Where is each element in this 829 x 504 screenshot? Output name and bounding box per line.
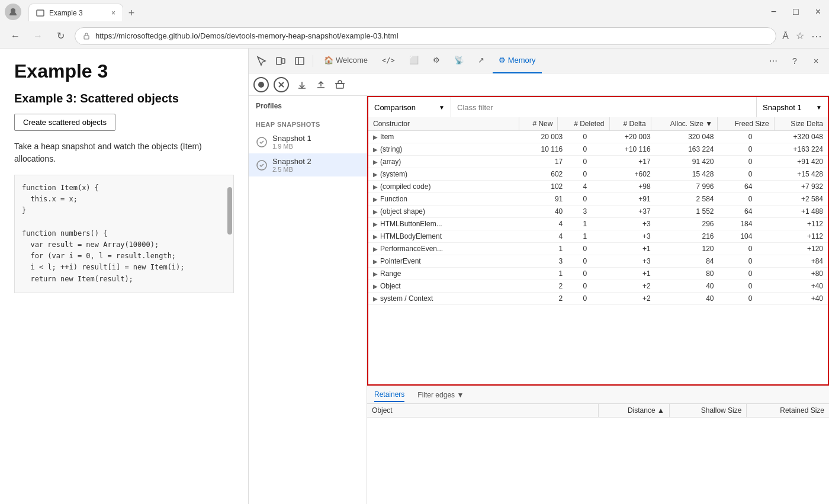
cell-deleted: 1 — [567, 218, 592, 230]
device-mode-btn[interactable] — [272, 53, 289, 69]
cell-constructor: ▶Item — [368, 131, 511, 143]
cell-alloc-size: 163 224 — [656, 143, 719, 156]
minimize-btn[interactable]: − — [767, 5, 780, 18]
restore-btn[interactable]: □ — [789, 5, 802, 18]
cell-constructor: ▶HTMLBodyElement — [368, 230, 511, 243]
col-freed-size[interactable]: Freed Size — [718, 117, 775, 131]
tab-console[interactable]: ⬜ — [403, 49, 425, 73]
close-devtools-btn[interactable]: × — [808, 53, 824, 69]
collect-garbage-btn[interactable] — [332, 76, 348, 93]
elements-icon: </> — [382, 56, 395, 65]
table-row[interactable]: ▶(compiled code) 102 4 +98 7 996 64 +7 9… — [368, 181, 828, 193]
cell-alloc-size: 320 048 — [656, 131, 719, 143]
cell-size-delta: +84 — [757, 255, 828, 268]
take-snapshot-btn[interactable] — [253, 77, 269, 92]
browser-tab[interactable]: Example 3 × — [28, 4, 123, 21]
cell-size-delta: +2 584 — [757, 193, 828, 206]
close-window-btn[interactable]: × — [812, 5, 824, 18]
performance-icon: ↗ — [478, 56, 484, 65]
bottom-col-retained[interactable]: Retained Size — [747, 404, 829, 418]
inspect-element-btn[interactable] — [253, 53, 270, 69]
back-btn[interactable]: ← — [7, 28, 24, 44]
table-row[interactable]: ▶(array) 17 0 +17 91 420 0 +91 420 — [368, 156, 828, 168]
cell-freed-size: 0 — [719, 131, 757, 143]
cell-alloc-size: 80 — [656, 268, 719, 280]
col-new[interactable]: # New — [519, 117, 558, 131]
col-delta[interactable]: # Delta — [609, 117, 651, 131]
console-icon: ⬜ — [409, 56, 419, 65]
save-btn[interactable] — [313, 76, 329, 93]
col-constructor[interactable]: Constructor — [368, 117, 519, 131]
load-btn[interactable] — [294, 76, 310, 93]
table-row[interactable]: ▶(string) 10 116 0 +10 116 163 224 0 +16… — [368, 143, 828, 156]
col-size-delta[interactable]: Size Delta — [774, 117, 828, 131]
cell-freed-size: 104 — [719, 230, 757, 243]
devtools-more-btn[interactable]: ⋯ — [765, 53, 782, 69]
cell-new: 10 116 — [511, 143, 567, 156]
table-row[interactable]: ▶(system) 602 0 +602 15 428 0 +15 428 — [368, 168, 828, 181]
bottom-col-object[interactable]: Object — [367, 404, 598, 418]
view-mode-label: Comparison — [374, 103, 416, 112]
table-row[interactable]: ▶(object shape) 40 3 +37 1 552 64 +1 488 — [368, 206, 828, 218]
sidebar-btn[interactable] — [291, 53, 308, 69]
snapshot-1-item[interactable]: Snapshot 1 1.9 MB — [249, 130, 367, 153]
snapshot-1-size: 1.9 MB — [272, 143, 311, 150]
forward-btn[interactable]: → — [30, 28, 46, 44]
cell-constructor: ▶(compiled code) — [368, 181, 511, 193]
snapshot-select[interactable]: Snapshot 1 ▼ — [757, 97, 828, 117]
chevron-down-icon: ▼ — [439, 104, 445, 111]
new-tab-btn[interactable]: + — [123, 5, 140, 21]
cell-new: 2 — [511, 280, 567, 293]
table-row[interactable]: ▶HTMLBodyElement 4 1 +3 216 104 +112 — [368, 230, 828, 243]
cell-deleted: 0 — [567, 255, 592, 268]
table-row[interactable]: ▶system / Context 2 0 +2 40 0 +40 — [368, 293, 828, 305]
class-filter-input[interactable] — [451, 97, 757, 117]
table-row[interactable]: ▶Function 91 0 +91 2 584 0 +2 584 — [368, 193, 828, 206]
home-icon: 🏠 — [324, 56, 333, 65]
cell-new: 91 — [511, 193, 567, 206]
cell-alloc-size: 15 428 — [656, 168, 719, 181]
page-subtitle: Example 3: Scattered objects — [14, 92, 234, 105]
tab-close-btn[interactable]: × — [111, 9, 115, 17]
col-alloc-size[interactable]: Alloc. Size ▼ — [651, 117, 717, 131]
cell-delta: +91 — [592, 193, 656, 206]
retainers-tab[interactable]: Retainers — [374, 388, 404, 402]
tab-sources[interactable]: ⚙ — [427, 49, 446, 73]
tab-memory[interactable]: ⚙ Memory — [493, 49, 542, 73]
view-mode-select[interactable]: Comparison ▼ — [368, 97, 451, 117]
svg-point-7 — [258, 82, 264, 88]
tab-network[interactable]: 📡 — [448, 49, 470, 73]
tab-performance[interactable]: ↗ — [472, 49, 490, 73]
refresh-btn[interactable]: ↻ — [52, 28, 69, 44]
cell-freed-size: 0 — [719, 280, 757, 293]
cell-size-delta: +40 — [757, 293, 828, 305]
tab-welcome[interactable]: 🏠 Welcome — [318, 49, 374, 73]
col-deleted[interactable]: # Deleted — [558, 117, 609, 131]
cell-deleted: 4 — [567, 181, 592, 193]
table-row[interactable]: ▶Object 2 0 +2 40 0 +40 — [368, 280, 828, 293]
table-row[interactable]: ▶Item 20 003 0 +20 003 320 048 0 +320 04… — [368, 131, 828, 143]
more-btn[interactable]: ⋯ — [811, 30, 822, 43]
url-text: https://microsoftedge.github.io/Demos/de… — [95, 31, 399, 40]
cell-deleted: 0 — [567, 143, 592, 156]
url-bar[interactable]: https://microsoftedge.github.io/Demos/de… — [75, 27, 776, 45]
clear-btn[interactable] — [274, 77, 289, 92]
favorites-icon[interactable]: ☆ — [796, 30, 804, 41]
create-scattered-btn[interactable]: Create scattered objects — [14, 114, 115, 131]
snapshot-2-item[interactable]: Snapshot 2 2.5 MB — [249, 153, 367, 176]
bottom-col-distance[interactable]: Distance ▲ — [598, 404, 669, 418]
cell-size-delta: +40 — [757, 280, 828, 293]
table-row[interactable]: ▶HTMLButtonElem... 4 1 +3 296 184 +112 — [368, 218, 828, 230]
svg-rect-1 — [37, 10, 44, 16]
cell-freed-size: 0 — [719, 243, 757, 255]
table-row[interactable]: ▶PointerEvent 3 0 +3 84 0 +84 — [368, 255, 828, 268]
bottom-col-shallow[interactable]: Shallow Size — [669, 404, 747, 418]
tab-elements[interactable]: </> — [376, 49, 401, 73]
table-row[interactable]: ▶PerformanceEven... 1 0 +1 120 0 +120 — [368, 243, 828, 255]
help-btn[interactable]: ? — [786, 53, 803, 69]
svg-rect-4 — [282, 59, 285, 63]
table-row[interactable]: ▶Range 1 0 +1 80 0 +80 — [368, 268, 828, 280]
filter-edges-btn[interactable]: Filter edges ▼ — [414, 390, 467, 400]
svg-rect-3 — [277, 57, 281, 65]
cell-deleted: 0 — [567, 168, 592, 181]
